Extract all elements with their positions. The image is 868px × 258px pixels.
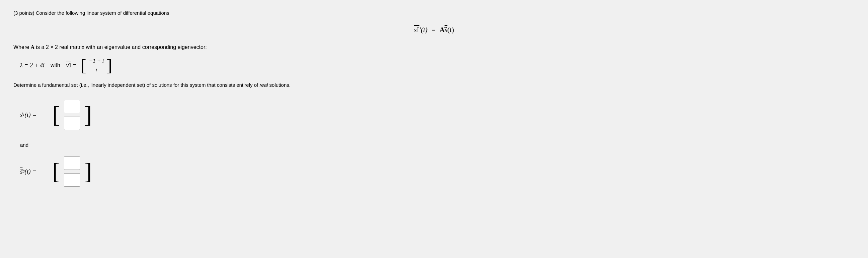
s1-left-bracket: [: [52, 105, 60, 125]
main-equation: s⃗′(t) = As⃗(t): [414, 26, 454, 34]
where-section: Where A is a 2 × 2 real matrix with an e…: [13, 44, 855, 50]
with-label: with: [51, 62, 60, 68]
determine-text: Determine a fundamental set (i.e., linea…: [13, 82, 258, 88]
s1-input-bottom[interactable]: [64, 117, 80, 130]
real-text: real: [259, 82, 268, 88]
matrix-row1: −1 + i: [89, 58, 104, 64]
lambda-equation: λ = 2 + 4i: [20, 62, 44, 69]
matrix-row2: i: [95, 66, 97, 73]
s1-input-entries: [61, 98, 83, 132]
main-eq-equals: =: [432, 26, 435, 34]
eigenvalue-section: λ = 2 + 4i with v⃗ = [ −1 + i i ]: [20, 57, 855, 74]
page-container: (3 points) Consider the following linear…: [13, 10, 855, 189]
s2-matrix-bracket: [ ]: [52, 154, 92, 189]
s2-left-bracket: [: [52, 162, 60, 181]
is-2x2-text: is a 2 × 2 real matrix with an eigenvalu…: [36, 44, 207, 50]
s2-input-bottom[interactable]: [64, 173, 80, 187]
problem-points-text: (3 points) Consider the following linear…: [13, 10, 169, 16]
problem-header: (3 points) Consider the following linear…: [13, 10, 855, 16]
where-text: Where: [13, 44, 31, 50]
left-bracket: [: [81, 57, 86, 74]
s2-input-entries: [61, 154, 83, 189]
v-vec-label: v⃗ =: [66, 62, 76, 69]
s1-right-bracket: ]: [84, 105, 92, 125]
solutions-text: solutions.: [270, 82, 290, 88]
eigenvector-matrix: [ −1 + i i ]: [81, 57, 112, 74]
determine-section: Determine a fundamental set (i.e., linea…: [13, 82, 855, 88]
s1-matrix-bracket: [ ]: [52, 98, 92, 132]
s2-label: s⃗2(t) =: [20, 168, 47, 176]
matrix-entries: −1 + i i: [87, 58, 106, 73]
s1-solution-row: s⃗1(t) = [ ]: [20, 98, 855, 132]
and-text: and: [20, 142, 855, 148]
main-eq-lhs: s⃗′(t): [414, 26, 428, 34]
s2-right-bracket: ]: [84, 162, 92, 181]
main-eq-rhs: As⃗(t): [439, 26, 454, 34]
s1-label: s⃗1(t) =: [20, 111, 47, 119]
s2-input-top[interactable]: [64, 156, 80, 170]
A-bold: A: [31, 44, 35, 50]
s2-solution-row: s⃗2(t) = [ ]: [20, 154, 855, 189]
s1-input-top[interactable]: [64, 100, 80, 113]
right-bracket: ]: [106, 57, 112, 74]
main-equation-container: s⃗′(t) = As⃗(t): [13, 26, 855, 34]
